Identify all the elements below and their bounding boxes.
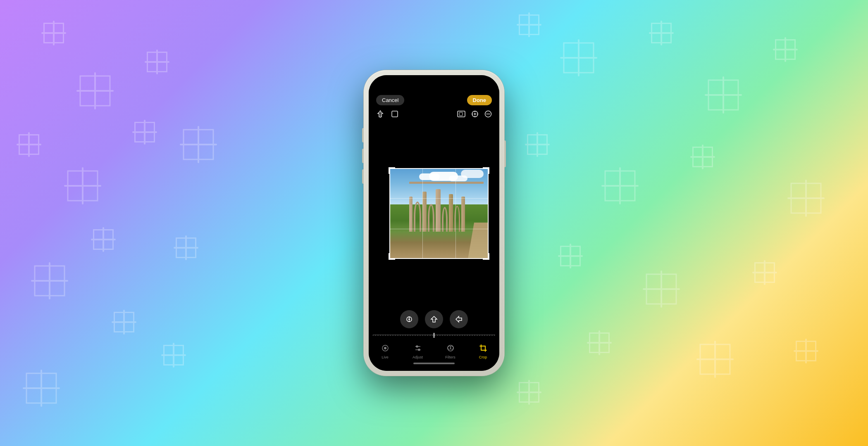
aspect-ratio-icon[interactable] [457,110,465,118]
rotation-buttons [369,306,499,331]
svg-point-5 [474,113,476,115]
more-icon[interactable] [484,110,492,118]
svg-point-17 [384,347,386,349]
straighten-button[interactable] [400,310,418,328]
phone-screen: Cancel Done [369,75,499,371]
photo-area [369,121,499,306]
tab-crop-label: Crop [479,355,487,359]
svg-point-7 [486,114,487,114]
tab-filters[interactable]: Filters [434,344,467,359]
home-indicator [413,363,455,364]
tab-crop[interactable]: Crop [467,344,499,359]
phone-body: Cancel Done [364,70,504,376]
tab-live-label: Live [382,355,389,359]
adjust-icon [414,344,422,354]
flip-icon[interactable] [376,110,384,118]
cancel-button[interactable]: Cancel [376,95,404,105]
compass-icon[interactable] [471,110,479,118]
bottom-controls: Live Adjust [369,306,499,371]
svg-point-13 [408,318,410,320]
dynamic-island [415,81,453,85]
svg-rect-3 [459,112,463,116]
svg-rect-2 [458,111,465,117]
rotation-slider[interactable] [373,331,495,339]
svg-point-8 [488,114,489,114]
top-bar: Cancel Done [369,75,499,109]
svg-point-24 [450,346,453,349]
filters-icon [446,344,455,354]
tab-live[interactable]: Live [369,344,401,359]
tab-adjust[interactable]: Adjust [401,344,434,359]
crop-overlay [389,168,489,259]
done-button[interactable]: Done [467,95,492,105]
tab-filters-label: Filters [445,355,455,359]
flip-vertical-button[interactable] [425,310,443,328]
svg-marker-14 [431,316,437,322]
svg-marker-15 [456,316,462,322]
tools-bar [369,109,499,121]
flip-horizontal-button[interactable] [450,310,468,328]
svg-rect-1 [392,111,398,117]
svg-rect-25 [481,346,485,350]
tab-bar: Live Adjust [369,342,499,361]
crop-icon [479,344,487,354]
tab-adjust-label: Adjust [413,355,423,359]
crop-ratio-icon[interactable] [391,110,398,118]
live-icon [381,344,389,354]
svg-point-9 [489,114,490,114]
phone-device: Cancel Done [364,70,504,376]
